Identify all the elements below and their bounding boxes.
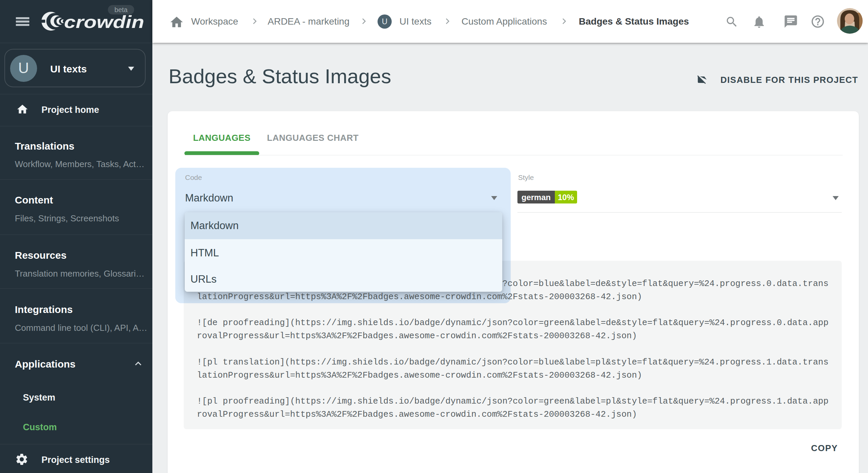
svg-text:crowdin: crowdin: [64, 12, 144, 32]
